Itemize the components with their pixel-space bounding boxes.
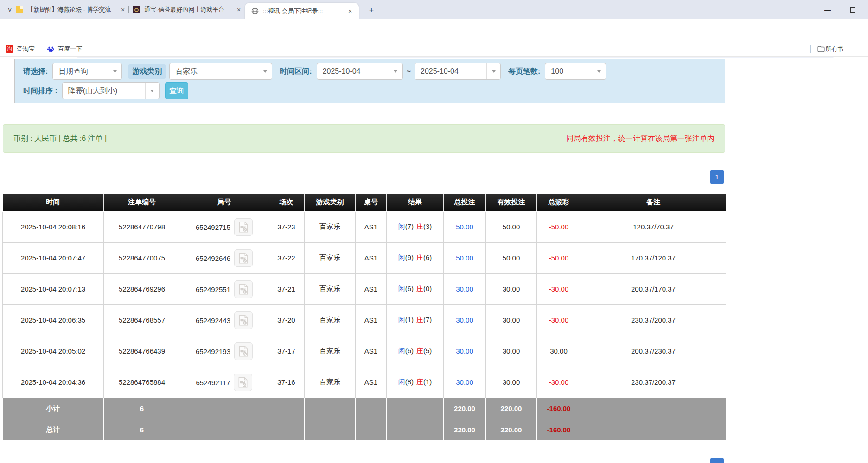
filter-row-1: 请选择: 日期查询 游戏类别 百家乐 时间区间: 2025-10-04 ~ 20… [20,63,721,80]
round-number: 652492551 [196,285,230,293]
table-header: 时间 注单编号 局号 场次 游戏类别 桌号 结果 总投注 有效投注 总派彩 备注 [3,194,726,211]
tab-title: :::视讯 会员下注纪录::: [263,7,342,15]
video-replay-button[interactable] [234,280,253,298]
col-game: 游戏类别 [305,194,356,211]
page-size-select[interactable]: 100 [545,63,606,80]
currency-total-text: 币别 : 人民币 | 总共 :6 注单 | [13,134,107,144]
close-icon[interactable]: × [346,7,354,15]
total-total-bet: 220.00 [444,419,486,440]
cell-round: 652492443 [180,304,268,336]
game-kind-select[interactable]: 百家乐 [169,63,272,80]
notice-text: 同局有效投注，统一计算在该局第一张注单内 [566,134,715,144]
bookmark-baidu[interactable]: 百度一下 [47,45,82,53]
sort-label: 时间排序 : [23,86,57,96]
cell-total-bet[interactable]: 30.00 [444,336,486,367]
sort-select[interactable]: 降幂(由大到小) [62,82,160,99]
table-row: 2025-10-04 20:05:02 522864766439 6524921… [3,336,726,367]
all-bookmarks-label: 所有书 [825,45,868,53]
round-number: 652492646 [196,254,230,262]
new-tab-button[interactable]: + [365,4,377,16]
maximize-icon [850,7,855,13]
cell-bet-id: 522864766439 [104,336,180,367]
player-label: 闲 [398,285,405,292]
date-end-select[interactable]: 2025-10-04 [415,63,501,80]
date-range-tilde: ~ [407,67,411,76]
banker-score: (0) [423,285,432,292]
query-type-select[interactable]: 日期查询 [52,63,122,80]
table-body: 2025-10-04 20:08:16 522864770798 6524927… [3,211,726,398]
bookmarks-bar: 淘 爱淘宝 百度一下 所有书 [0,42,868,57]
total-valid-bet: 220.00 [486,419,537,440]
video-replay-button[interactable] [234,218,253,236]
globe-favicon-icon [251,7,259,15]
cell-valid-bet: 30.00 [486,273,537,304]
minimize-button[interactable]: — [821,4,835,16]
video-replay-button[interactable] [234,249,253,267]
cell-payout: 30.00 [537,336,581,367]
cell-game: 百家乐 [305,336,356,367]
banker-score: (5) [423,347,432,355]
cell-total-bet[interactable]: 30.00 [444,273,486,304]
table-row: 2025-10-04 20:07:47 522864770075 6524926… [3,242,726,273]
tab-title: 【新提醒】海燕论坛 - 博学交流 [27,6,115,14]
banker-label: 庄 [416,378,423,386]
close-icon[interactable]: × [235,6,243,14]
cell-total-bet[interactable]: 30.00 [444,367,486,398]
folder-icon [817,45,825,53]
close-icon[interactable]: × [119,6,127,14]
cell-time: 2025-10-04 20:07:13 [3,273,104,304]
cell-total-bet[interactable]: 50.00 [444,211,486,242]
col-valid-bet: 有效投注 [486,194,537,211]
player-score: (7) [405,222,414,230]
cell-session: 37-16 [268,367,305,398]
video-replay-button[interactable] [234,342,253,360]
cell-round: 652492551 [180,273,268,304]
cell-time: 2025-10-04 20:05:02 [3,336,104,367]
cell-note: 230.37/200.37 [581,304,726,336]
page-size-label: 每页笔数: [508,67,540,76]
cell-game: 百家乐 [305,304,356,336]
cell-payout: -50.00 [537,211,581,242]
chevron-down-icon [108,63,121,79]
game-kind-label: 游戏类别 [128,64,166,79]
video-replay-button[interactable] [234,311,253,329]
cell-note: 170.37/120.37 [581,242,726,273]
banker-label: 庄 [416,347,423,355]
cell-total-bet[interactable]: 50.00 [444,242,486,273]
window-controls: — [821,4,860,16]
tab-search-chevron-icon[interactable]: ˅ [4,4,16,16]
bookmark-aitaobao[interactable]: 淘 爱淘宝 [6,45,35,53]
query-type-label: 请选择: [23,67,48,76]
player-score: (8) [405,378,414,386]
cell-payout: -30.00 [537,304,581,336]
summary-bar: 币别 : 人民币 | 总共 :6 注单 | 同局有效投注，统一计算在该局第一张注… [3,124,725,153]
cell-game: 百家乐 [305,273,356,304]
date-start-select[interactable]: 2025-10-04 [317,63,403,80]
tab-bar: ˅ 【新提醒】海燕论坛 - 博学交流 × 通宝-信誉最好的网上游戏平台 × ::… [0,0,868,19]
cell-payout: -50.00 [537,242,581,273]
round-number: 652492193 [196,347,230,355]
cell-note: 120.37/70.37 [581,211,726,242]
player-score: (6) [405,285,414,292]
tab-bet-records-active[interactable]: :::视讯 会员下注纪录::: × [245,3,359,19]
maximize-button[interactable] [846,4,860,16]
pagination-bottom-partial[interactable] [710,458,724,463]
chevron-down-icon [389,63,402,79]
col-round: 局号 [180,194,268,211]
tab-tongbao[interactable]: 通宝-信誉最好的网上游戏平台 × [133,0,243,19]
pagination-page-1[interactable]: 1 [710,170,724,184]
cell-bet-id: 522864769296 [104,273,180,304]
banker-label: 庄 [416,254,423,261]
cell-total-bet[interactable]: 30.00 [444,304,486,336]
cell-round: 652492117 [180,367,268,398]
query-button[interactable]: 查询 [165,82,188,99]
cell-result: 闲(7)庄(3) [387,211,444,242]
cell-game: 百家乐 [305,242,356,273]
video-replay-button[interactable] [234,374,252,391]
cell-session: 37-21 [268,273,305,304]
cell-valid-bet: 50.00 [486,242,537,273]
tab-haiyan-forum[interactable]: 【新提醒】海燕论坛 - 博学交流 × [16,0,127,19]
all-bookmarks[interactable]: 所有书 [810,42,868,57]
banker-score: (6) [423,254,432,261]
banker-score: (1) [423,378,432,386]
